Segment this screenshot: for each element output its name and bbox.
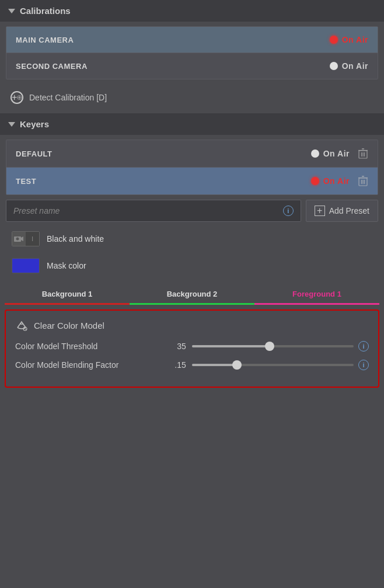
black-white-toggle[interactable]: I: [12, 231, 40, 246]
preset-row: Preset name i + Add Preset: [6, 200, 378, 222]
keyers-section: Keyers DEFAULT On Air: [0, 113, 384, 388]
svg-point-18: [16, 238, 19, 241]
add-preset-button[interactable]: + Add Preset: [306, 200, 378, 222]
keyers-title: Keyers: [20, 119, 49, 129]
detect-label: Detect Calibration [D]: [29, 93, 107, 102]
slider-threshold-value: 35: [169, 342, 186, 351]
black-white-row: I Black and white: [5, 227, 379, 251]
clear-color-row: Clear Color Model: [15, 319, 369, 332]
keyer-row[interactable]: DEFAULT On Air: [6, 140, 378, 168]
plus-icon: +: [315, 206, 325, 216]
keyer-name: TEST: [16, 177, 36, 186]
keyer-right: On Air: [311, 175, 368, 187]
detect-icon: [11, 91, 23, 104]
slider-blending-track[interactable]: [192, 364, 354, 366]
camera-name: SECOND CAMERA: [16, 62, 88, 71]
black-white-label: Black and white: [47, 234, 104, 243]
slider-threshold-container: i: [192, 341, 369, 352]
collapse-icon[interactable]: [8, 122, 15, 127]
tab-foreground1[interactable]: Foreground 1: [254, 284, 379, 305]
keyer-row[interactable]: TEST On Air: [6, 168, 378, 194]
camera-name: MAIN CAMERA: [16, 36, 74, 44]
mask-color-row: Mask color: [5, 253, 379, 278]
on-air-badge: On Air: [330, 35, 368, 44]
slider-threshold-track[interactable]: [192, 345, 354, 347]
preset-info-icon[interactable]: i: [283, 206, 294, 216]
on-air-badge: On Air: [330, 61, 368, 71]
slider-threshold-label: Color Model Threshold: [15, 342, 163, 351]
detect-calibration-button[interactable]: Detect Calibration [D]: [0, 84, 384, 111]
toggle-off-indicator: I: [26, 232, 39, 246]
tab-label: Background 1: [42, 290, 93, 298]
on-air-dot-white: [330, 62, 338, 70]
slider-threshold-fill: [192, 345, 270, 347]
slider-blending-fill: [192, 364, 238, 366]
delete-keyer-button[interactable]: [358, 175, 368, 187]
camera-icon: [12, 232, 26, 246]
calibrations-title: Calibrations: [20, 6, 71, 16]
on-air-badge: On Air: [311, 176, 350, 186]
slider-blending-thumb[interactable]: [232, 360, 242, 370]
tabs-row: Background 1 Background 2 Foreground 1: [5, 284, 379, 305]
camera-list: MAIN CAMERA On Air SECOND CAMERA On Air: [6, 26, 378, 79]
add-preset-label: Add Preset: [329, 206, 369, 215]
mask-color-label: Mask color: [47, 261, 86, 270]
slider-threshold-row: Color Model Threshold 35 i: [15, 341, 369, 352]
tab-label: Foreground 1: [292, 290, 341, 298]
slider-blending-row: Color Model Blending Factor .15 i: [15, 360, 369, 370]
slider-blending-container: i: [192, 360, 369, 370]
on-air-text: On Air: [323, 176, 350, 186]
mask-color-swatch[interactable]: [12, 258, 40, 273]
checkmark-icon: [15, 319, 28, 332]
collapse-icon[interactable]: [8, 9, 15, 13]
slider-blending-label: Color Model Blending Factor: [15, 360, 163, 370]
on-air-text: On Air: [342, 35, 368, 44]
keyers-header: Keyers: [0, 113, 384, 135]
calibrations-header: Calibrations: [0, 0, 384, 22]
keyer-panel: Clear Color Model Color Model Threshold …: [5, 309, 379, 388]
svg-marker-17: [21, 236, 23, 241]
keyer-list: DEFAULT On Air: [6, 140, 378, 195]
on-air-dot: [311, 149, 319, 158]
keyer-name: DEFAULT: [16, 149, 52, 158]
on-air-dot-red: [330, 36, 338, 44]
camera-row[interactable]: MAIN CAMERA On Air: [6, 27, 378, 53]
on-air-dot-red: [311, 177, 319, 185]
clear-color-label: Clear Color Model: [34, 321, 104, 330]
on-air-text: On Air: [323, 149, 350, 158]
on-air-text: On Air: [342, 61, 368, 71]
delete-keyer-button[interactable]: [358, 148, 368, 159]
on-air-badge: On Air: [311, 149, 350, 158]
tab-label: Background 2: [167, 290, 218, 298]
preset-name-input[interactable]: Preset name i: [6, 200, 301, 222]
threshold-info-icon[interactable]: i: [358, 341, 369, 352]
slider-blending-value: .15: [169, 360, 186, 370]
slider-threshold-thumb[interactable]: [265, 342, 274, 351]
blending-info-icon[interactable]: i: [358, 360, 369, 370]
tab-background1[interactable]: Background 1: [5, 284, 130, 305]
camera-row[interactable]: SECOND CAMERA On Air: [6, 53, 378, 79]
tab-background2[interactable]: Background 2: [130, 284, 254, 305]
calibrations-section: Calibrations MAIN CAMERA On Air SECOND C…: [0, 0, 384, 111]
preset-placeholder: Preset name: [13, 206, 60, 215]
keyer-right: On Air: [311, 148, 368, 159]
